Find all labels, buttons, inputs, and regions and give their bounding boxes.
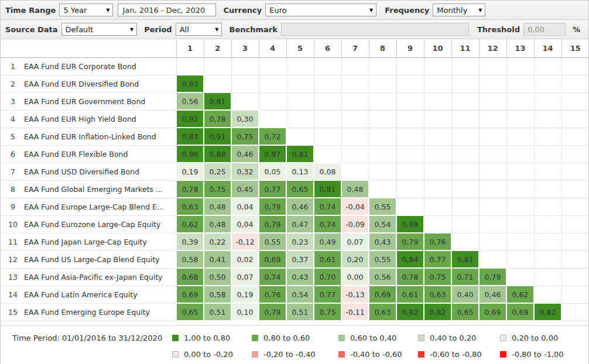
correlation-cell: 0,10: [231, 303, 259, 321]
correlation-cell: 0,08: [314, 163, 341, 180]
correlation-cell: 0,96: [176, 145, 204, 163]
table-row: 2EAA Fund EUR Diversified Bond0,93: [1, 75, 589, 92]
benchmark-label: Benchmark: [229, 25, 277, 34]
table-row: 10EAA Fund Eurozone Large-Cap Equity0,62…: [1, 215, 589, 233]
correlation-cell: 0,39: [176, 233, 204, 250]
correlation-cell: 0,74: [259, 268, 286, 286]
empty-cell: [259, 92, 286, 110]
table-row: 14EAA Fund Latin America Equity0,690,580…: [1, 286, 589, 303]
empty-cell: [479, 198, 506, 215]
correlation-cell: 0,51: [204, 303, 231, 321]
column-header-2: 2: [204, 39, 231, 57]
fund-name: EAA Fund EUR Corporate Bond: [24, 62, 136, 71]
legend-item: 0,40 to 0,20: [418, 334, 500, 342]
correlation-cell: 0,43: [286, 268, 314, 286]
empty-cell: [534, 286, 561, 303]
empty-cell: [424, 57, 451, 75]
source-data-label: Source Data: [5, 25, 58, 34]
column-header-13: 13: [506, 39, 534, 57]
legend-swatch-icon: [418, 335, 424, 341]
correlation-cell: 0,02: [231, 250, 259, 268]
empty-cell: [369, 145, 396, 163]
empty-cell: [314, 75, 341, 92]
legend: Time Period: 01/01/2016 to 31/12/2020 1,…: [1, 325, 588, 359]
correlation-cell: 0,43: [369, 233, 396, 250]
empty-cell: [506, 163, 534, 180]
source-data-select[interactable]: Default ▼: [61, 23, 138, 36]
empty-cell: [341, 57, 369, 75]
toolbar-row-1: Time Range 5 Year ▼ Jan, 2016 - Dec, 202…: [1, 1, 588, 20]
row-number: 7: [5, 167, 20, 176]
correlation-cell: 0,05: [259, 163, 286, 180]
currency-label: Currency: [223, 6, 262, 15]
correlation-cell: -0,11: [341, 303, 369, 321]
correlation-cell: 0,46: [479, 286, 506, 303]
empty-cell: [506, 268, 534, 286]
empty-cell: [231, 57, 259, 75]
empty-cell: [451, 215, 479, 233]
correlation-cell: 0,58: [204, 286, 231, 303]
empty-cell: [534, 163, 561, 180]
correlation-cell: 0,74: [314, 215, 341, 233]
percent-sign-label: %: [573, 25, 580, 34]
correlation-cell: 0,65: [451, 303, 479, 321]
empty-cell: [479, 92, 506, 110]
period-select[interactable]: All ▼: [176, 23, 222, 36]
empty-cell: [506, 110, 534, 128]
correlation-cell: 0,48: [204, 198, 231, 215]
row-number: 14: [5, 290, 20, 299]
fund-row-label: 11EAA Fund Japan Large-Cap Equity: [1, 233, 176, 250]
correlation-cell: 0,79: [259, 198, 286, 215]
correlation-cell: 0,75: [204, 180, 231, 198]
correlation-cell: 0,19: [176, 163, 204, 180]
empty-cell: [396, 198, 424, 215]
fund-row-label: 7EAA Fund USD Diversified Bond: [1, 163, 176, 180]
time-range-select[interactable]: 5 Year ▼: [59, 4, 113, 16]
empty-cell: [479, 110, 506, 128]
empty-cell: [424, 92, 451, 110]
correlation-cell: 0,82: [424, 303, 451, 321]
empty-cell: [424, 198, 451, 215]
empty-cell: [534, 215, 561, 233]
empty-cell: [534, 92, 561, 110]
legend-item-label: -0,20 to -0,40: [263, 350, 316, 359]
empty-cell: [341, 128, 369, 145]
legend-item: 0,60 to 0,40: [338, 334, 418, 342]
empty-cell: [369, 163, 396, 180]
frequency-select[interactable]: Monthly ▼: [433, 4, 485, 16]
matrix-corner-header: [1, 39, 176, 57]
empty-cell: [396, 92, 424, 110]
correlation-cell: 0,04: [231, 198, 259, 215]
column-header-3: 3: [231, 39, 259, 57]
table-row: 1EAA Fund EUR Corporate Bond: [1, 57, 589, 75]
correlation-matrix-table: 123456789101112131415 1EAA Fund EUR Corp…: [1, 39, 589, 321]
threshold-input[interactable]: [523, 23, 566, 36]
column-header-1: 1: [176, 39, 204, 57]
chevron-down-icon: ▼: [130, 27, 133, 32]
row-number: 11: [5, 238, 20, 246]
empty-cell: [286, 92, 314, 110]
empty-cell: [314, 92, 341, 110]
correlation-cell: 0,91: [204, 128, 231, 145]
correlation-cell: 0,81: [204, 92, 231, 110]
correlation-cell: 0,79: [259, 215, 286, 233]
correlation-cell: 0,61: [396, 286, 424, 303]
correlation-cell: 0,48: [204, 215, 231, 233]
empty-cell: [451, 145, 479, 163]
empty-cell: [561, 198, 589, 215]
currency-select[interactable]: Euro ▼: [265, 4, 376, 16]
empty-cell: [451, 92, 479, 110]
column-header-10: 10: [424, 39, 451, 57]
correlation-cell: 0,51: [286, 303, 314, 321]
legend-item-label: 0,40 to 0,20: [430, 334, 476, 342]
column-header-12: 12: [479, 39, 506, 57]
empty-cell: [396, 110, 424, 128]
table-row: 8EAA Fund Global Emerging Markets ...0,7…: [1, 180, 589, 198]
table-row: 6EAA Fund EUR Flexible Bond0,960,880,460…: [1, 145, 589, 163]
period-value: All: [180, 25, 189, 34]
benchmark-input[interactable]: [281, 23, 469, 36]
legend-swatch-icon: [252, 335, 258, 341]
correlation-cell: 0,97: [259, 145, 286, 163]
column-header-14: 14: [534, 39, 561, 57]
empty-cell: [314, 145, 341, 163]
